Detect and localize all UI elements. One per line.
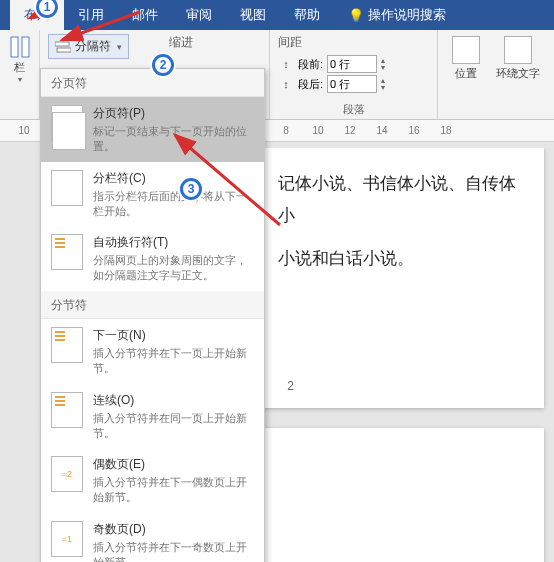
dropdown-section-pagebreaks: 分页符 xyxy=(41,69,264,97)
ruler-tick: 8 xyxy=(270,125,302,136)
spacing-heading: 间距 xyxy=(278,34,429,51)
menu-item-desc: 插入分节符并在下一偶数页上开始新节。 xyxy=(93,475,254,505)
columns-icon xyxy=(10,36,30,58)
body-text: 小说和白话小说。 xyxy=(278,243,520,275)
breaks-button[interactable]: 分隔符 ▾ xyxy=(48,34,129,59)
tab-review[interactable]: 审阅 xyxy=(172,0,226,30)
indent-heading: 缩进 xyxy=(169,34,193,51)
menu-item-next-page[interactable]: 下一页(N) 插入分节符并在下一页上开始新节。 xyxy=(41,319,264,384)
svg-rect-1 xyxy=(22,37,29,57)
menu-item-title: 自动换行符(T) xyxy=(93,234,254,251)
tab-tellme-label: 操作说明搜索 xyxy=(368,6,446,24)
body-text: 记体小说、书信体小说、自传体小 xyxy=(278,168,520,233)
position-button[interactable]: 位置 xyxy=(446,34,486,83)
ruler-tick: 10 xyxy=(302,125,334,136)
dropdown-section-sectionbreaks: 分节符 xyxy=(41,291,264,319)
wrap-text-button[interactable]: 环绕文字 xyxy=(490,34,546,83)
ruler-tick: 16 xyxy=(398,125,430,136)
menu-item-desc: 插入分节符并在同一页上开始新节。 xyxy=(93,411,254,441)
breaks-icon xyxy=(55,40,71,54)
position-icon xyxy=(452,36,480,64)
breaks-label: 分隔符 xyxy=(75,38,111,55)
spacing-before-icon: ↕ xyxy=(278,56,294,72)
columns-button[interactable]: 栏 ▾ xyxy=(8,34,31,86)
tab-help[interactable]: 帮助 xyxy=(280,0,334,30)
stepper-icon[interactable]: ▴▾ xyxy=(381,77,385,91)
menu-item-continuous[interactable]: 连续(O) 插入分节符并在同一页上开始新节。 xyxy=(41,384,264,449)
ruler-tick: 14 xyxy=(366,125,398,136)
menu-item-text-wrap-break[interactable]: 自动换行符(T) 分隔网页上的对象周围的文字，如分隔题注文字与正文。 xyxy=(41,226,264,291)
menu-item-title: 偶数页(E) xyxy=(93,456,254,473)
svg-rect-0 xyxy=(11,37,18,57)
menu-item-column-break[interactable]: 分栏符(C) 指示分栏符后面的文字将从下一栏开始。 xyxy=(41,162,264,227)
spacing-after-input[interactable] xyxy=(327,75,377,93)
lightbulb-icon: 💡 xyxy=(348,8,364,23)
menu-item-title: 下一页(N) xyxy=(93,327,254,344)
ruler-tick: 18 xyxy=(430,125,462,136)
ruler-tick: 10 xyxy=(8,125,40,136)
annotation-badge-2: 2 xyxy=(152,54,174,76)
chevron-down-icon: ▾ xyxy=(18,75,22,84)
svg-rect-3 xyxy=(57,48,71,52)
page-number: 2 xyxy=(287,375,294,398)
chevron-down-icon: ▾ xyxy=(117,42,122,52)
spacing-after-icon: ↕ xyxy=(278,76,294,92)
page-break-icon xyxy=(51,105,83,141)
tab-mail[interactable]: 邮件 xyxy=(118,0,172,30)
menu-item-desc: 分隔网页上的对象周围的文字，如分隔题注文字与正文。 xyxy=(93,253,254,283)
menu-item-desc: 标记一页结束与下一页开始的位置。 xyxy=(93,124,254,154)
odd-page-icon: =1 xyxy=(51,521,83,557)
svg-rect-2 xyxy=(55,42,69,46)
paragraph-group-title: 段落 xyxy=(278,102,429,117)
even-page-icon: =2 xyxy=(51,456,83,492)
menu-item-desc: 插入分节符并在下一页上开始新节。 xyxy=(93,346,254,376)
menu-item-even-page[interactable]: =2 偶数页(E) 插入分节符并在下一偶数页上开始新节。 xyxy=(41,448,264,513)
next-page-icon xyxy=(51,327,83,363)
spacing-before-input[interactable] xyxy=(327,55,377,73)
position-label: 位置 xyxy=(455,66,477,81)
wrap-break-icon xyxy=(51,234,83,270)
tab-tellme[interactable]: 💡 操作说明搜索 xyxy=(334,0,460,30)
menu-item-desc: 插入分节符并在下一奇数页上开始新节。 xyxy=(93,540,254,562)
annotation-badge-3: 3 xyxy=(180,178,202,200)
menu-item-title: 分栏符(C) xyxy=(93,170,254,187)
spacing-after-label: 段后: xyxy=(298,77,323,92)
column-break-icon xyxy=(51,170,83,206)
menu-item-title: 连续(O) xyxy=(93,392,254,409)
menu-item-title: 奇数页(D) xyxy=(93,521,254,538)
stepper-icon[interactable]: ▴▾ xyxy=(381,57,385,71)
menu-item-title: 分页符(P) xyxy=(93,105,254,122)
menu-item-desc: 指示分栏符后面的文字将从下一栏开始。 xyxy=(93,189,254,219)
tab-references[interactable]: 引用 xyxy=(64,0,118,30)
spacing-before-label: 段前: xyxy=(298,57,323,72)
wrap-icon xyxy=(504,36,532,64)
breaks-dropdown: 分页符 分页符(P) 标记一页结束与下一页开始的位置。 分栏符(C) 指示分栏符… xyxy=(40,68,265,562)
tab-view[interactable]: 视图 xyxy=(226,0,280,30)
wrap-label: 环绕文字 xyxy=(496,66,540,81)
menu-item-odd-page[interactable]: =1 奇数页(D) 插入分节符并在下一奇数页上开始新节。 xyxy=(41,513,264,562)
ribbon-tabs: 布局 引用 邮件 审阅 视图 帮助 💡 操作说明搜索 xyxy=(0,0,554,30)
ruler-tick: 12 xyxy=(334,125,366,136)
menu-item-page-break[interactable]: 分页符(P) 标记一页结束与下一页开始的位置。 xyxy=(41,97,264,162)
columns-label: 栏 xyxy=(14,60,25,75)
continuous-icon xyxy=(51,392,83,428)
